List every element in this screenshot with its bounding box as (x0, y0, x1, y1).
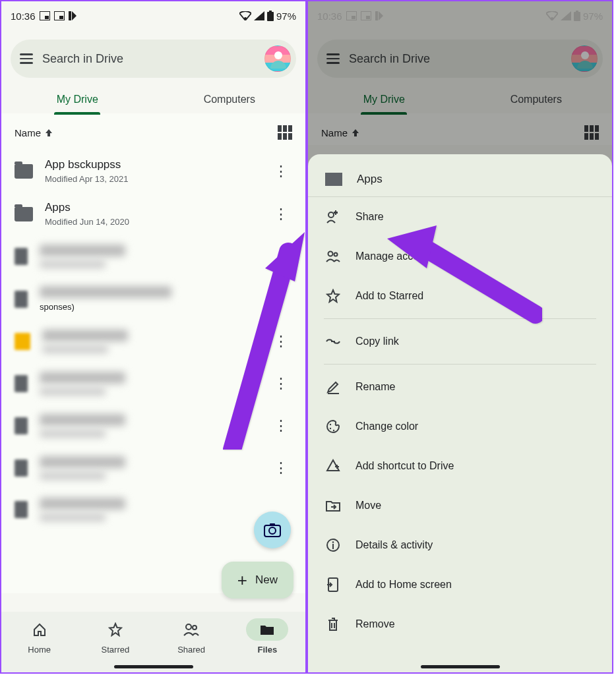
file-icon (15, 501, 28, 518)
svg-marker-36 (387, 225, 437, 268)
tab-computers[interactable]: Computers (154, 84, 306, 113)
move-icon (325, 498, 341, 514)
camera-icon (264, 523, 281, 537)
svg-rect-34 (332, 544, 334, 549)
file-icon (15, 291, 28, 308)
trash-icon (325, 616, 341, 632)
svg-point-30 (330, 428, 331, 429)
menu-change-color[interactable]: Change color (308, 407, 612, 446)
file-title: Apps (45, 201, 255, 214)
annotation-arrow (199, 232, 305, 452)
drive-shortcut-icon (325, 458, 341, 474)
file-icon (15, 333, 30, 350)
gesture-handle (114, 665, 193, 668)
sort-by-name[interactable]: Name (15, 127, 53, 138)
svg-point-33 (332, 541, 334, 543)
file-icon (15, 375, 28, 392)
file-row-blurred[interactable]: ⋮ (1, 446, 301, 488)
menu-icon[interactable] (20, 53, 33, 64)
svg-point-6 (244, 17, 247, 20)
menu-add-shortcut[interactable]: Add shortcut to Drive (308, 446, 612, 486)
people-icon (183, 622, 199, 637)
file-icon (15, 248, 28, 265)
plus-icon: + (237, 570, 247, 591)
share-icon (325, 209, 341, 225)
file-icon (15, 417, 28, 434)
menu-details[interactable]: Details & activity (308, 525, 612, 565)
pip-icon (40, 11, 50, 20)
svg-marker-15 (265, 232, 305, 281)
svg-rect-12 (270, 523, 275, 526)
gesture-handle (421, 665, 500, 668)
more-button[interactable]: ⋮ (267, 159, 295, 184)
svg-point-28 (334, 253, 338, 256)
file-icon (15, 459, 28, 477)
left-screenshot: 10:36 97% Search in Drive My Drive Compu… (0, 0, 307, 674)
more-button[interactable]: ⋮ (267, 455, 295, 481)
battery-percent: 97% (276, 11, 296, 22)
folder-icon (15, 207, 33, 221)
svg-point-13 (186, 624, 191, 630)
pip-icon-2 (54, 11, 65, 20)
file-sub: Modified Apr 13, 2021 (45, 174, 255, 184)
people-icon (325, 249, 341, 264)
sheet-header: Apps (308, 160, 612, 197)
sheet-title: Apps (357, 173, 383, 186)
status-bar: 10:36 97% (1, 1, 305, 29)
svg-rect-3 (59, 16, 63, 19)
right-screenshot: 10:36 97% Search in Drive My Drive Compu… (307, 0, 613, 674)
more-button[interactable]: ⋮ (267, 202, 295, 227)
status-time: 10:36 (11, 11, 36, 22)
svg-point-11 (269, 527, 276, 534)
nav-home[interactable]: Home (18, 618, 61, 655)
home-icon (32, 622, 47, 637)
svg-rect-1 (45, 16, 49, 19)
menu-add-home[interactable]: Add to Home screen (308, 565, 612, 604)
svg-point-29 (330, 424, 331, 425)
menu-move[interactable]: Move (308, 486, 612, 525)
nav-starred[interactable]: Starred (94, 618, 137, 655)
sort-row: Name (1, 113, 305, 145)
search-placeholder: Search in Drive (42, 52, 255, 66)
nav-files[interactable]: Files (246, 618, 288, 655)
tab-my-drive[interactable]: My Drive (1, 84, 154, 113)
divider (324, 364, 596, 365)
folder-icon (15, 164, 33, 179)
arrow-up-icon (45, 129, 53, 136)
file-title: App bsckuppss (45, 158, 255, 171)
file-row[interactable]: Apps Modified Jun 14, 2020 ⋮ (1, 192, 301, 235)
svg-marker-7 (254, 11, 264, 20)
nav-shared[interactable]: Shared (170, 618, 212, 655)
menu-rename[interactable]: Rename (308, 367, 612, 407)
star-icon (108, 622, 123, 637)
star-icon (325, 288, 341, 304)
battery-icon (267, 11, 274, 21)
svg-point-14 (193, 626, 197, 630)
file-row[interactable]: App bsckuppss Modified Apr 13, 2021 ⋮ (1, 149, 301, 192)
svg-point-26 (328, 212, 334, 218)
svg-rect-8 (267, 12, 274, 21)
avatar[interactable] (264, 45, 291, 72)
wifi-icon (239, 11, 251, 20)
folder-icon (325, 173, 342, 186)
menu-remove[interactable]: Remove (308, 604, 612, 644)
scan-fab[interactable] (254, 512, 291, 548)
bottom-nav: Home Starred Shared Files (1, 612, 305, 672)
svg-rect-4 (69, 11, 71, 20)
info-icon (325, 537, 341, 553)
file-sub: Modified Jun 14, 2020 (45, 217, 255, 227)
pencil-icon (325, 379, 341, 395)
link-icon (325, 334, 341, 349)
svg-point-27 (328, 252, 333, 256)
grid-view-icon[interactable] (278, 125, 292, 140)
folder-icon (260, 624, 274, 635)
signal-icon (254, 11, 264, 20)
annotation-arrow (384, 216, 542, 330)
tabs: My Drive Computers (1, 84, 305, 113)
play-icon (69, 11, 77, 20)
palette-icon (325, 419, 341, 434)
add-home-icon (325, 577, 341, 593)
search-bar[interactable]: Search in Drive (11, 40, 296, 78)
svg-point-31 (333, 430, 334, 431)
new-fab[interactable]: + New (222, 562, 293, 599)
